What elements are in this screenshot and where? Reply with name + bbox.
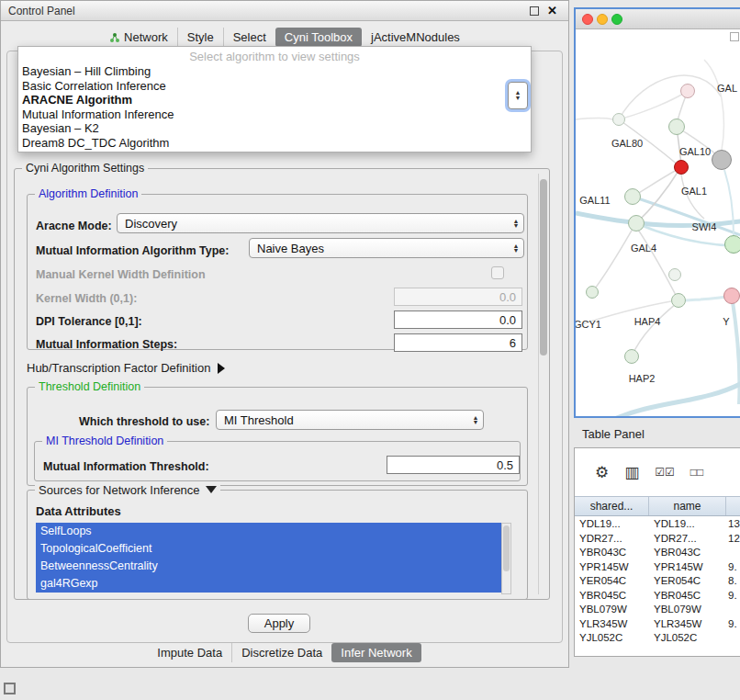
table-cell[interactable]: YDL19... (575, 517, 649, 532)
close-traffic-light-icon[interactable] (582, 14, 593, 25)
network-node[interactable] (712, 150, 732, 170)
attribute-scrollbar-thumb[interactable] (503, 525, 510, 571)
table-cell[interactable]: 9. (726, 589, 740, 604)
tab-discretize-data[interactable]: Discretize Data (231, 643, 331, 662)
table-cell[interactable]: YPR145W (575, 560, 649, 575)
network-node[interactable] (586, 286, 599, 299)
close-icon[interactable]: ✕ (547, 4, 557, 17)
attribute-list-item[interactable]: TopologicalCoefficient (36, 540, 501, 558)
network-canvas[interactable]: GALGAL80GAL10GAL1GAL11SWI4GAL4GCY1HAP4YH… (576, 29, 740, 416)
table-cell[interactable]: 9. (726, 560, 740, 575)
which-threshold-select[interactable]: MI Threshold ▲▼ (216, 410, 484, 430)
network-node[interactable] (723, 288, 740, 304)
table-row[interactable]: YDL19...YDL19...13 (575, 517, 740, 532)
sources-header[interactable]: Sources for Network Inference (35, 483, 220, 497)
network-node[interactable] (674, 160, 689, 175)
kernel-width-input[interactable]: 0.0 (394, 288, 522, 306)
network-node[interactable] (680, 84, 695, 98)
columns-icon[interactable]: ▥ (624, 463, 639, 482)
table-row[interactable]: YER054CYER054C8. (575, 574, 740, 589)
table-cell[interactable]: YBL079W (575, 603, 649, 617)
tab-network[interactable]: Network (100, 28, 177, 47)
mi-threshold-input[interactable]: 0.5 (387, 456, 520, 474)
mi-algorithm-type-select[interactable]: Naive Bayes ▲▼ (249, 238, 524, 258)
attribute-list-scrollbar[interactable] (501, 523, 511, 594)
zoom-traffic-light-icon[interactable] (611, 14, 622, 25)
hub-definition-header[interactable]: Hub/Transcription Factor Definition (27, 361, 225, 375)
control-panel-titlebar[interactable]: Control Panel ✕ (1, 1, 568, 21)
aracne-mode-select[interactable]: Discovery ▲▼ (117, 213, 524, 233)
settings-scrollbar-thumb[interactable] (540, 179, 547, 356)
table-cell[interactable]: YBR045C (649, 589, 726, 604)
table-cell[interactable]: YDR27... (575, 532, 649, 547)
network-node[interactable] (612, 113, 625, 126)
table-cell[interactable]: YLR345W (649, 617, 726, 632)
table-cell[interactable] (726, 631, 740, 646)
attribute-list[interactable]: SelfLoopsTopologicalCoefficientBetweenne… (36, 523, 501, 594)
column-header-name[interactable]: name (649, 497, 726, 515)
algorithm-option[interactable]: Mutual Information Inference (18, 107, 531, 122)
algorithm-option[interactable]: Bayesian – Hill Climbing (18, 64, 531, 79)
table-cell[interactable]: 12 (726, 532, 740, 547)
table-cell[interactable]: YDR27... (649, 532, 726, 547)
attribute-list-item[interactable]: SelfLoops (36, 523, 501, 540)
tab-select[interactable]: Select (223, 28, 275, 47)
table-cell[interactable]: YBL079W (649, 603, 726, 617)
attribute-list-item[interactable]: gal4RGexp (36, 575, 501, 593)
algorithm-option[interactable]: Basic Correlation Inference (18, 79, 531, 94)
attribute-list-item[interactable]: BetweennessCentrality (36, 558, 501, 575)
minimize-traffic-light-icon[interactable] (597, 14, 608, 25)
apply-button[interactable]: Apply (248, 614, 310, 633)
table-row[interactable]: YPR145WYPR145W9. (575, 560, 740, 575)
column-header-partial[interactable] (726, 497, 740, 515)
network-node[interactable] (628, 215, 645, 231)
network-node[interactable] (668, 119, 685, 135)
table-cell[interactable] (726, 546, 740, 560)
table-row[interactable]: YDR27...YDR27...12 (575, 532, 740, 547)
table-cell[interactable]: YER054C (575, 574, 649, 589)
tab-cyni-toolbox[interactable]: Cyni Toolbox (275, 28, 362, 47)
table-cell[interactable]: YJL052C (575, 631, 649, 646)
table-row[interactable]: YJL052CYJL052C (575, 631, 740, 646)
settings-scrollbar[interactable] (538, 174, 548, 594)
table-cell[interactable]: YBR045C (575, 589, 649, 604)
table-cell[interactable]: YPR145W (649, 560, 726, 575)
algorithm-option[interactable]: Dream8 DC_TDC Algorithm (18, 136, 531, 151)
manual-kernel-checkbox[interactable] (491, 266, 504, 279)
table-cell[interactable]: 13 (726, 517, 740, 532)
float-window-icon[interactable] (530, 6, 539, 16)
algorithm-select-button[interactable]: ▲ ▼ (508, 82, 528, 109)
table-cell[interactable]: YDL19... (649, 517, 726, 532)
algorithm-option[interactable]: Bayesian – K2 (18, 121, 531, 136)
table-cell[interactable]: 9. (726, 617, 740, 632)
network-node[interactable] (624, 349, 639, 364)
algorithm-option[interactable]: ARACNE Algorithm (18, 93, 531, 107)
table-row[interactable]: YBL079WYBL079W (575, 603, 740, 617)
table-row[interactable]: YBR043CYBR043C (575, 546, 740, 560)
table-cell[interactable]: YER054C (649, 574, 726, 589)
dpi-tolerance-input[interactable]: 0.0 (394, 310, 522, 329)
gear-icon[interactable]: ⚙ (595, 463, 609, 482)
network-node[interactable] (724, 235, 740, 254)
tab-style[interactable]: Style (177, 28, 223, 47)
table-cell[interactable]: YJL052C (649, 631, 726, 646)
table-cell[interactable] (726, 603, 740, 617)
panel-dock-icon[interactable] (4, 683, 16, 694)
table-row[interactable]: YBR045CYBR045C9. (575, 589, 740, 604)
network-node[interactable] (671, 293, 686, 308)
network-node[interactable] (624, 188, 641, 205)
select-all-icon[interactable]: ☑☑ (655, 466, 675, 479)
tab-jactivemnodules[interactable]: jActiveMNodules (362, 28, 469, 47)
network-node[interactable] (668, 268, 681, 281)
table-row[interactable]: YLR345WYLR345W9. (575, 617, 740, 632)
deselect-all-icon[interactable]: □□ (690, 466, 704, 479)
table-cell[interactable]: YBR043C (575, 546, 649, 560)
column-header-shared-name[interactable]: shared... (575, 497, 649, 515)
table-cell[interactable]: 8. (726, 574, 740, 589)
tab-impute-data[interactable]: Impute Data (148, 643, 231, 662)
tab-infer-network[interactable]: Infer Network (331, 643, 420, 662)
table-cell[interactable]: YBR043C (649, 546, 726, 560)
table-cell[interactable]: YLR345W (575, 617, 649, 632)
mi-steps-input[interactable]: 6 (394, 333, 522, 352)
network-titlebar[interactable] (576, 9, 740, 29)
